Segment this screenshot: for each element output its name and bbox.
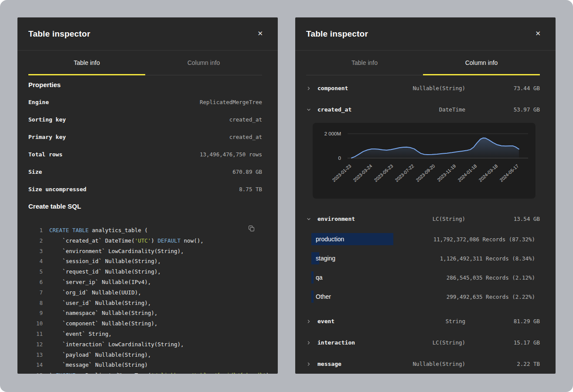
histogram-row: production11,792,372,086 Records (87.32%… — [311, 230, 535, 249]
svg-text:2024-01-18: 2024-01-18 — [457, 163, 478, 182]
tab-column-info[interactable]: Column info — [423, 51, 540, 75]
chevron-right-icon[interactable] — [306, 319, 317, 324]
sql-code-text: `event` String, — [49, 329, 112, 339]
svg-text:2023-09-20: 2023-09-20 — [415, 163, 436, 182]
histogram-record-count: 1,126,492,311 Records (8.34%) — [440, 255, 535, 262]
column-name: component — [317, 85, 413, 91]
line-number: 2 — [28, 236, 43, 246]
modal-header: Table inspector ✕ — [17, 17, 278, 51]
line-number: 3 — [28, 246, 43, 257]
column-size: 13.54 GB — [465, 216, 540, 222]
column-row-event[interactable]: eventString81.29 GB — [306, 311, 540, 332]
svg-text:2023-03-24: 2023-03-24 — [352, 163, 373, 182]
column-row-created_at[interactable]: created_atDateTime53.97 GB — [306, 99, 540, 120]
svg-text:2024-03-18: 2024-03-18 — [478, 163, 498, 182]
close-icon[interactable]: ✕ — [256, 29, 265, 39]
sql-line: 3 `environment` LowCardinality(String), — [28, 246, 262, 257]
line-number: 13 — [28, 350, 43, 360]
column-row-message[interactable]: messageNullable(String)2.22 TB — [306, 353, 540, 374]
sql-code-text: `server_ip` Nullable(IPv4), — [49, 277, 151, 287]
property-row: Total rows13,496,476,750 rows — [28, 145, 262, 163]
property-row: Size uncompressed8.75 TB — [28, 180, 262, 198]
column-size: 2.22 TB — [465, 361, 540, 367]
table-inspector-modal-column-info: Table inspector ✕ Table info Column info… — [295, 17, 556, 374]
property-row: Sorting keycreated_at — [28, 111, 262, 128]
histogram-record-count: 299,492,635 Records (2.22%) — [447, 294, 535, 300]
property-value: ReplicatedMergeTree — [200, 99, 262, 105]
sql-code-text: `user_id` Nullable(String), — [49, 298, 151, 308]
sql-line: 1CREATE TABLE analytics_table ( — [28, 225, 262, 236]
environment-value-histogram: production11,792,372,086 Records (87.32%… — [311, 230, 535, 306]
sql-code-text: `payload` Nullable(String), — [49, 350, 151, 360]
histogram-value-label: qa — [311, 274, 323, 281]
column-size: 81.29 GB — [465, 318, 540, 324]
sql-code-text: `environment` LowCardinality(String), — [49, 246, 184, 257]
property-label: Size — [28, 169, 42, 175]
line-number: 6 — [28, 277, 43, 287]
line-number: 9 — [28, 308, 43, 318]
properties-heading: Properties — [28, 81, 262, 89]
line-number: 7 — [28, 287, 43, 298]
sql-code-text: `request_id` Nullable(String), — [49, 267, 161, 277]
histogram-value-label: Other — [311, 293, 331, 300]
property-row: EngineReplicatedMergeTree — [28, 93, 262, 111]
line-number: 4 — [28, 256, 43, 267]
histogram-record-count: 11,792,372,086 Records (87.32%) — [433, 236, 535, 243]
column-name: event — [317, 318, 446, 324]
tab-column-info[interactable]: Column info — [145, 51, 262, 75]
svg-text:2024-05-17: 2024-05-17 — [498, 163, 519, 182]
property-value: 13,496,476,750 rows — [200, 151, 262, 158]
sql-code-text: `created_at` DateTime('UTC') DEFAULT now… — [49, 236, 204, 246]
tab-table-info[interactable]: Table info — [28, 51, 145, 75]
tab-table-info[interactable]: Table info — [306, 51, 423, 75]
svg-text:2023-01-23: 2023-01-23 — [331, 163, 352, 182]
column-type: LC(String) — [433, 216, 465, 222]
modal-header: Table inspector ✕ — [295, 17, 556, 51]
line-number: 11 — [28, 329, 43, 339]
sql-line: 12 `interaction` LowCardinality(String), — [28, 339, 262, 350]
line-number: 8 — [28, 298, 43, 308]
property-value: 8.75 TB — [239, 186, 262, 193]
sql-line: 4 `session_id` Nullable(String), — [28, 256, 262, 267]
sql-lines: 1CREATE TABLE analytics_table (2 `create… — [28, 225, 262, 374]
sql-line: 15) ENGINE = ReplicatedMergeTree('/click… — [28, 370, 262, 374]
line-number: 14 — [28, 360, 43, 370]
sql-line: 7 `org_id` Nullable(UUID), — [28, 287, 262, 298]
chevron-down-icon[interactable] — [306, 107, 317, 112]
histogram-row: qa286,545,035 Records (2.12%) — [311, 268, 535, 287]
histogram-value-label: staging — [311, 255, 335, 262]
sql-line: 10 `component` Nullable(String), — [28, 318, 262, 329]
sql-line: 8 `user_id` Nullable(String), — [28, 298, 262, 308]
column-size: 53.97 GB — [465, 106, 540, 113]
column-name: environment — [317, 216, 433, 222]
column-size: 73.44 GB — [465, 85, 540, 91]
line-number: 15 — [28, 370, 43, 374]
sql-code-block: 1CREATE TABLE analytics_table (2 `create… — [28, 225, 262, 374]
sql-code-text: `interaction` LowCardinality(String), — [49, 339, 184, 350]
column-size: 15.17 GB — [465, 339, 540, 346]
property-row: Primary keycreated_at — [28, 128, 262, 145]
column-row-component[interactable]: componentNullable(String)73.44 GB — [306, 78, 540, 99]
column-type: LC(String) — [433, 339, 465, 346]
column-row-environment[interactable]: environmentLC(String)13.54 GB — [306, 208, 540, 230]
area-chart: 2 000M02023-01-232023-03-242023-05-23202… — [313, 123, 535, 199]
chevron-right-icon[interactable] — [306, 362, 317, 367]
property-value: 670.89 GB — [232, 169, 262, 175]
sql-line: 2 `created_at` DateTime('UTC') DEFAULT n… — [28, 236, 262, 246]
chevron-right-icon[interactable] — [306, 340, 317, 345]
chevron-down-icon[interactable] — [306, 216, 317, 222]
column-name: interaction — [317, 339, 433, 346]
chevron-right-icon[interactable] — [306, 86, 317, 91]
histogram-value-label: production — [311, 236, 344, 243]
histogram-row: staging1,126,492,311 Records (8.34%) — [311, 249, 535, 268]
columns-list: componentNullable(String)73.44 GBcreated… — [295, 78, 556, 374]
copy-icon[interactable] — [248, 225, 255, 233]
sql-code-text: CREATE TABLE analytics_table ( — [49, 225, 148, 236]
property-value: created_at — [229, 134, 262, 140]
property-row: Size670.89 GB — [28, 163, 262, 180]
tabs-bar: Table info Column info — [306, 51, 540, 75]
svg-text:2023-11-19: 2023-11-19 — [436, 163, 457, 182]
sql-code-text: `namespace` Nullable(String), — [49, 308, 157, 318]
close-icon[interactable]: ✕ — [533, 29, 542, 39]
column-row-interaction[interactable]: interactionLC(String)15.17 GB — [306, 332, 540, 353]
